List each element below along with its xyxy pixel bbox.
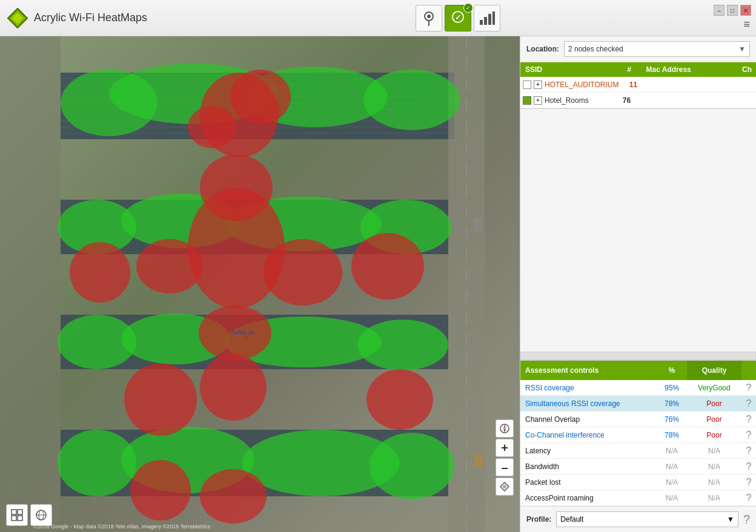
- ssid-checkbox-1[interactable]: [523, 80, 531, 89]
- assess-qual-latency: N/A: [687, 447, 741, 455]
- svg-marker-74: [503, 429, 506, 433]
- profile-help-button[interactable]: ?: [743, 513, 750, 527]
- ssid-section: SSID # Mac Address Ch + HOTEL_AUDITORIUM: [520, 62, 756, 109]
- assess-qual-sim: Poor: [687, 399, 741, 408]
- svg-rect-65: [12, 510, 16, 514]
- ssid-count-2: 76: [615, 96, 639, 105]
- pct-col-header: %: [657, 361, 687, 380]
- ssid-name-1: HOTEL_AUDITORIUM: [545, 80, 618, 89]
- assessment-section: Assessment controls % Quality RSSI cover…: [520, 360, 756, 506]
- location-dropdown-arrow: ▼: [738, 45, 746, 53]
- location-value: 2 nodes checked: [568, 45, 623, 53]
- assess-qual-cochannel: Poor: [687, 431, 741, 439]
- ssid-row[interactable]: + HOTEL_AUDITORIUM 11: [520, 77, 756, 93]
- assess-name-channel: Channel Overlap: [520, 415, 657, 424]
- window-controls[interactable]: – □ ✕: [714, 5, 751, 16]
- assess-name-sim: Simultaneous RSSI coverage: [520, 399, 657, 408]
- assess-name-cochannel: Co-Channel interference: [520, 431, 657, 439]
- assess-row-roaming[interactable]: AccessPoint roaming N/A N/A ?: [520, 490, 756, 506]
- assess-row-bandwidth[interactable]: Bandwidth N/A N/A ?: [520, 459, 756, 475]
- location-bar: Location: 2 nodes checked ▼: [520, 36, 756, 62]
- svg-rect-9: [484, 17, 487, 25]
- qual-col-header: Quality: [687, 361, 741, 380]
- svg-rect-10: [488, 14, 491, 25]
- assess-qual-rssi: VeryGood: [687, 384, 741, 392]
- signal-tool-button[interactable]: [474, 5, 500, 31]
- toolbar: ✓: [165, 5, 750, 31]
- map-area[interactable]: Señas de...: [0, 36, 520, 532]
- assess-help-rssi[interactable]: ?: [741, 383, 756, 393]
- assess-pct-sim: 78%: [657, 399, 687, 408]
- app-title: Acrylic Wi-Fi HeatMaps: [34, 11, 147, 24]
- map-bottom-left-controls: [6, 504, 52, 526]
- assess-row-rssi[interactable]: RSSI coverage 95% VeryGood ?: [520, 380, 756, 396]
- assess-help-packet[interactable]: ?: [741, 477, 756, 488]
- scrollbar-area[interactable]: [520, 352, 756, 360]
- assessment-header: Assessment controls % Quality: [520, 361, 756, 380]
- titlebar: Acrylic Wi-Fi HeatMaps ✓ –: [0, 0, 756, 36]
- ssid-count-1: 11: [621, 80, 645, 89]
- location-tool-button[interactable]: [416, 5, 442, 31]
- compass-button[interactable]: [496, 419, 514, 438]
- minimize-button[interactable]: –: [714, 5, 724, 16]
- assess-pct-packet: N/A: [657, 478, 687, 487]
- globe-button[interactable]: [30, 504, 52, 526]
- assess-row-packet[interactable]: Packet lost N/A N/A ?: [520, 475, 756, 490]
- menu-button[interactable]: ≡: [743, 18, 750, 31]
- profile-bar: Profile: Default ▼ ?: [520, 506, 756, 532]
- maximize-button[interactable]: □: [727, 5, 738, 16]
- zoom-in-button[interactable]: +: [496, 439, 514, 457]
- assess-pct-roaming: N/A: [657, 494, 687, 502]
- app-logo: [6, 7, 29, 30]
- assess-row-cochannel[interactable]: Co-Channel interference 78% Poor ?: [520, 427, 756, 443]
- assess-row-channel[interactable]: Channel Overlap 76% Poor ?: [520, 412, 756, 427]
- assess-name-rssi: RSSI coverage: [520, 384, 657, 392]
- assess-name-packet: Packet lost: [520, 478, 657, 487]
- assess-help-cochannel[interactable]: ?: [741, 430, 756, 441]
- svg-text:✓: ✓: [455, 13, 461, 22]
- grid-view-button[interactable]: [6, 504, 28, 526]
- close-button[interactable]: ✕: [740, 5, 751, 16]
- assess-help-latency[interactable]: ?: [741, 445, 756, 456]
- zoom-out-button[interactable]: –: [496, 458, 514, 476]
- profile-dropdown[interactable]: Default ▼: [556, 511, 738, 527]
- svg-rect-68: [18, 516, 22, 521]
- svg-marker-73: [503, 424, 506, 429]
- assess-row-latency[interactable]: Latency N/A N/A ?: [520, 443, 756, 459]
- profile-dropdown-arrow: ▼: [727, 515, 734, 524]
- assess-qual-packet: N/A: [687, 478, 741, 487]
- svg-point-4: [427, 15, 431, 18]
- assess-pct-channel: 76%: [657, 415, 687, 424]
- assess-help-bandwidth[interactable]: ?: [741, 461, 756, 472]
- badge-tool-button[interactable]: ✓: [445, 5, 471, 31]
- zoom-extent-button[interactable]: [496, 478, 514, 496]
- ssid-row-2-name: + Hotel_Rooms: [520, 96, 615, 105]
- ssid-expand-2[interactable]: +: [534, 96, 542, 105]
- mac-col-header: Mac Address: [642, 62, 738, 77]
- main-content: Señas de...: [0, 36, 756, 532]
- ssid-row[interactable]: + Hotel_Rooms 76: [520, 93, 756, 108]
- svg-rect-8: [480, 20, 483, 25]
- assess-pct-rssi: 95%: [657, 384, 687, 392]
- svg-marker-76: [502, 484, 507, 489]
- assess-help-sim[interactable]: ?: [741, 398, 756, 409]
- assess-name-bandwidth: Bandwidth: [520, 462, 657, 471]
- assess-qual-roaming: N/A: [687, 494, 741, 502]
- ssid-name-2: Hotel_Rooms: [545, 96, 589, 105]
- assess-pct-bandwidth: N/A: [657, 462, 687, 471]
- assess-help-roaming[interactable]: ?: [741, 493, 756, 504]
- ssid-empty-area: [520, 109, 756, 352]
- map-controls: + –: [496, 419, 514, 496]
- ssid-expand-1[interactable]: +: [534, 80, 542, 89]
- assess-pct-cochannel: 78%: [657, 431, 687, 439]
- svg-rect-66: [18, 510, 22, 514]
- ssid-row-1-name: + HOTEL_AUDITORIUM: [520, 80, 621, 89]
- assess-row-simultaneous[interactable]: Simultaneous RSSI coverage 78% Poor ?: [520, 396, 756, 412]
- assess-help-channel[interactable]: ?: [741, 414, 756, 425]
- ch-col-header: Ch: [738, 62, 756, 77]
- svg-rect-67: [12, 516, 16, 521]
- assessment-col-header: Assessment controls: [520, 361, 657, 380]
- assess-name-latency: Latency: [520, 447, 657, 455]
- assess-name-roaming: AccessPoint roaming: [520, 494, 657, 502]
- location-dropdown[interactable]: 2 nodes checked ▼: [564, 41, 750, 57]
